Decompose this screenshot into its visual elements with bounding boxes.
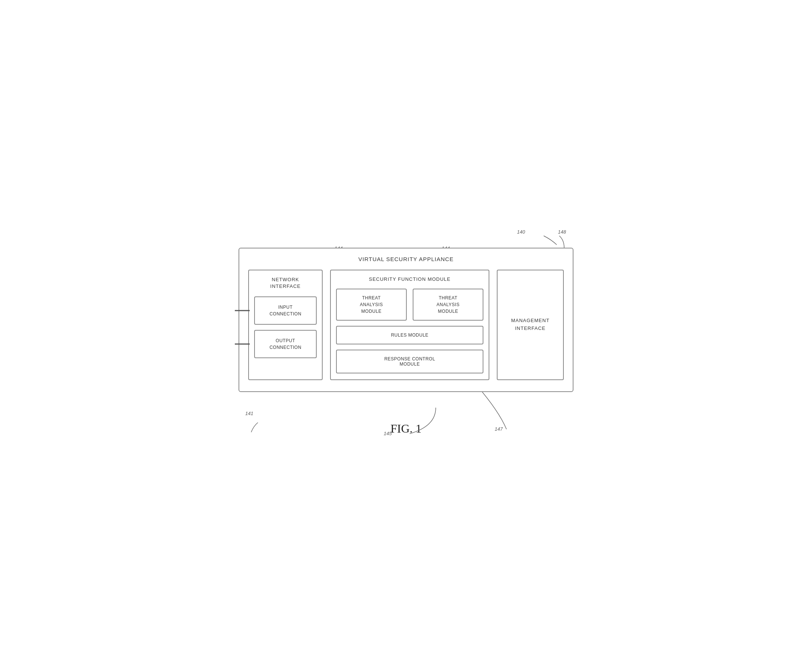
management-interface-box: MANAGEMENTINTERFACE	[497, 270, 564, 380]
diagram-container: 140 142 144 144 148 141 145 147	[239, 225, 573, 443]
threat-analysis-module-2: THREATANALYSISMODULE	[413, 289, 484, 321]
network-interface-box: NETWORKINTERFACE INPUTCONNECTION OUTPUTC…	[248, 270, 323, 380]
threat-analysis-module-1: THREATANALYSISMODULE	[336, 289, 407, 321]
ref-141: 141	[245, 411, 253, 416]
security-function-box: SECURITY FUNCTION MODULE THREATANALYSISM…	[330, 270, 489, 380]
output-connector-line	[235, 343, 250, 344]
output-connection-box: OUTPUTCONNECTION	[254, 330, 317, 358]
rules-module-label: RULES MODULE	[391, 332, 429, 338]
network-interface-title: NETWORKINTERFACE	[254, 276, 317, 290]
outer-box: VIRTUAL SECURITY APPLIANCE NETWORKINTERF…	[239, 248, 573, 392]
input-connector-line	[235, 310, 250, 311]
security-function-title: SECURITY FUNCTION MODULE	[336, 276, 484, 282]
ref-148: 148	[558, 229, 566, 235]
input-connection-box: INPUTCONNECTION	[254, 296, 317, 325]
output-connection-label: OUTPUTCONNECTION	[270, 338, 301, 350]
input-connection-label: INPUTCONNECTION	[270, 305, 301, 317]
ref-140: 140	[517, 229, 525, 235]
threat-modules-row: THREATANALYSISMODULE THREATANALYSISMODUL…	[336, 289, 484, 321]
rules-module-box: RULES MODULE	[336, 326, 484, 344]
response-control-box: RESPONSE CONTROLMODULE	[336, 350, 484, 373]
figure-label: FIG. 1	[239, 422, 573, 436]
inner-layout: NETWORKINTERFACE INPUTCONNECTION OUTPUTC…	[248, 270, 564, 380]
ref-147: 147	[495, 426, 503, 432]
outer-box-title: VIRTUAL SECURITY APPLIANCE	[248, 256, 564, 262]
ref-145: 145	[384, 431, 392, 436]
